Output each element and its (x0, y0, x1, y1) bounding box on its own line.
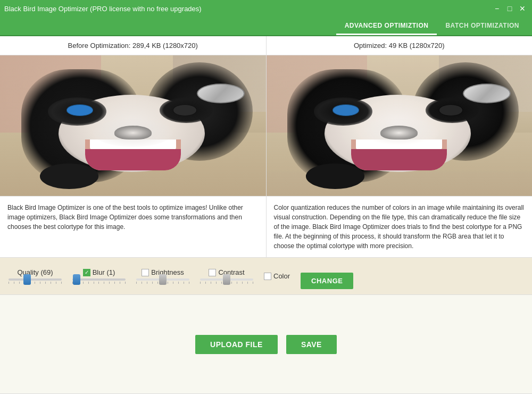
app-title: Black Bird Image Optimizer (PRO license … (4, 5, 202, 13)
before-image (0, 55, 266, 196)
quality-slider[interactable] (9, 278, 62, 284)
action-row: UPLOAD FILE SAVE (0, 295, 532, 394)
tab-bar: ADVANCED OPTIMIZTION BATCH OPTIMIZATION (0, 17, 532, 36)
blur-label-row: Blur (1) (83, 268, 115, 276)
contrast-label: Contrast (218, 268, 244, 276)
window-controls: − □ ✕ (492, 3, 528, 14)
upload-button[interactable]: UPLOAD FILE (195, 335, 278, 354)
text-row: Black Bird Image Optimizer is one of the… (0, 196, 532, 258)
minimize-button[interactable]: − (492, 3, 502, 14)
blur-label: Blur (1) (93, 268, 115, 276)
titlebar: Black Bird Image Optimizer (PRO license … (0, 0, 532, 17)
description-right: Color quantization reduces the number of… (267, 196, 533, 257)
quality-control: Quality (69) (9, 268, 62, 284)
brightness-checkbox[interactable] (142, 269, 149, 276)
change-button[interactable]: CHANGE (301, 273, 353, 289)
blur-checkbox[interactable] (83, 269, 90, 276)
images-row (0, 55, 532, 196)
after-info: Optimized: 49 KB (1280x720) (267, 36, 533, 55)
controls-row: Quality (69) Blur (1) (0, 258, 532, 295)
brightness-slider (136, 278, 189, 284)
before-image-panel (0, 55, 267, 196)
contrast-control: Contrast (200, 268, 253, 284)
save-button[interactable]: SAVE (286, 335, 337, 354)
description-left: Black Bird Image Optimizer is one of the… (0, 196, 267, 257)
quality-label: Quality (69) (17, 268, 53, 276)
after-image (267, 55, 533, 196)
brightness-control: Brightness (136, 268, 189, 284)
maximize-button[interactable]: □ (504, 3, 515, 14)
color-control: Color (264, 272, 290, 280)
brightness-label: Brightness (151, 268, 184, 276)
color-checkbox[interactable] (264, 273, 271, 280)
contrast-slider (200, 278, 253, 284)
close-button[interactable]: ✕ (517, 3, 528, 14)
blur-control: Blur (1) (72, 268, 126, 284)
after-image-panel (267, 55, 533, 196)
color-label: Color (273, 272, 290, 280)
tab-batch[interactable]: BATCH OPTIMIZATION (437, 18, 528, 35)
main-content: Before Optimization: 289,4 KB (1280x720)… (0, 36, 532, 394)
blur-slider[interactable] (72, 278, 126, 284)
before-info: Before Optimization: 289,4 KB (1280x720) (0, 36, 267, 55)
tab-advanced[interactable]: ADVANCED OPTIMIZTION (336, 18, 437, 35)
info-row: Before Optimization: 289,4 KB (1280x720)… (0, 36, 532, 55)
contrast-checkbox[interactable] (209, 269, 216, 276)
color-label-row: Color (264, 272, 290, 280)
